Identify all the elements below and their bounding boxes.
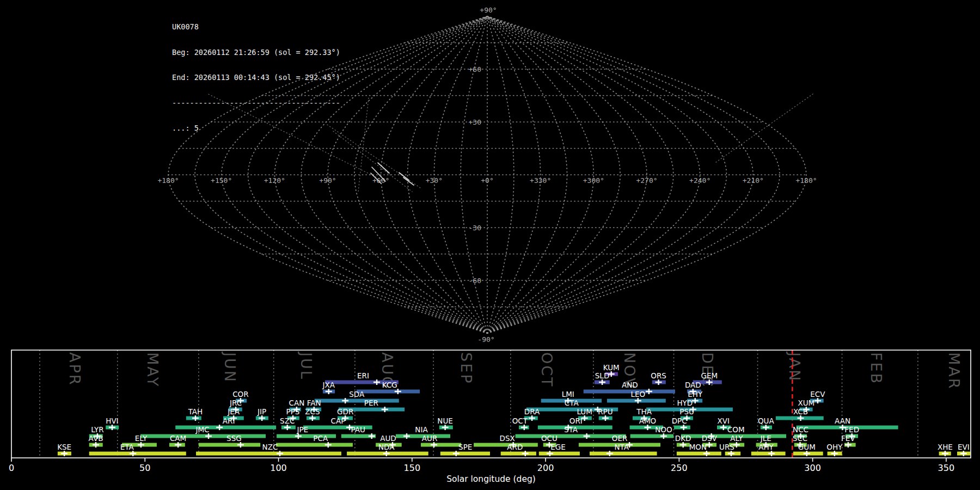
shower-label-ARD: ARD bbox=[507, 443, 523, 451]
shower-label-ORI: ORI bbox=[569, 416, 583, 425]
shower-label-JPE: JPE bbox=[297, 425, 309, 434]
shower-label-URS: URS bbox=[719, 443, 734, 451]
x-tick-label: 300 bbox=[804, 463, 821, 473]
shower-label-AND: AND bbox=[622, 381, 638, 389]
shower-bar-SDA bbox=[315, 399, 399, 403]
x-tick-label: 0 bbox=[9, 463, 14, 473]
shower-label-OER: OER bbox=[612, 434, 628, 443]
shower-bar-AUR bbox=[421, 443, 461, 447]
shower-bar-SPE bbox=[440, 452, 490, 456]
shower-label-SZC: SZC bbox=[280, 416, 295, 425]
shower-label-CAP: CAP bbox=[331, 416, 346, 425]
shower-label-SLD: SLD bbox=[595, 371, 610, 380]
shower-label-ETA: ETA bbox=[120, 443, 134, 451]
month-label: JUL bbox=[298, 351, 315, 381]
x-tick-label: 200 bbox=[537, 463, 554, 473]
shower-label-KCG: KCG bbox=[382, 381, 397, 389]
lon-label: +30° bbox=[426, 176, 443, 185]
shower-label-LYR: LYR bbox=[91, 425, 103, 434]
shower-bar-SSG bbox=[199, 443, 260, 447]
shower-bar-AND bbox=[584, 390, 675, 394]
meteor-trail bbox=[378, 163, 389, 173]
lon-label: +210° bbox=[743, 176, 764, 185]
month-label: FEB bbox=[868, 352, 885, 385]
grid-meridian bbox=[168, 16, 487, 333]
shower-label-DRA: DRA bbox=[524, 407, 540, 416]
shower-label-NCC: NCC bbox=[793, 425, 808, 434]
shower-label-XHE: XHE bbox=[938, 443, 953, 451]
shower-label-SSG: SSG bbox=[226, 434, 242, 443]
shower-label-KSE: KSE bbox=[57, 443, 71, 451]
shower-bar-ARI bbox=[175, 426, 276, 430]
lon-label: +180° bbox=[157, 176, 179, 185]
shower-label-LMI: LMI bbox=[562, 390, 574, 399]
grid-meridian bbox=[487, 16, 673, 333]
month-label: SEP bbox=[458, 352, 475, 384]
shower-label-JEA: JEA bbox=[227, 407, 240, 416]
shower-label-CAN: CAN bbox=[289, 399, 305, 407]
month-label: MAY bbox=[144, 352, 161, 388]
shower-label-STA: STA bbox=[564, 425, 578, 434]
shower-label-AHY: AHY bbox=[758, 443, 774, 451]
shower-label-GEM: GEM bbox=[701, 371, 718, 380]
shower-label-JLE: JLE bbox=[760, 434, 771, 443]
shower-label-ARI: ARI bbox=[223, 416, 235, 425]
meteor-trail bbox=[403, 177, 414, 185]
shower-label-OHY: OHY bbox=[826, 443, 843, 451]
shower-label-NZC: NZC bbox=[262, 443, 278, 451]
shower-label-QUA: QUA bbox=[758, 416, 775, 425]
shower-label-GUM: GUM bbox=[798, 443, 816, 451]
shower-label-DSX: DSX bbox=[500, 434, 515, 443]
shower-label-NTA: NTA bbox=[615, 443, 629, 451]
x-tick-label: 350 bbox=[938, 463, 955, 473]
shower-label-PER: PER bbox=[364, 399, 378, 407]
shower-bar-STA bbox=[516, 434, 626, 438]
lon-label: +180° bbox=[795, 176, 817, 185]
x-tick-label: 150 bbox=[404, 463, 421, 473]
shower-label-ELY: ELY bbox=[135, 434, 148, 443]
plot-canvas: +180°+150°+120°+90°+60°+30°+0°+330°+300°… bbox=[0, 0, 980, 490]
shower-label-AAN: AAN bbox=[835, 416, 850, 425]
lat-label: +90° bbox=[480, 6, 497, 14]
shower-bar-MON bbox=[677, 452, 721, 456]
shower-label-EHY: EHY bbox=[688, 390, 703, 399]
shower-label-GDR: GDR bbox=[337, 407, 353, 416]
lat-label: -90° bbox=[477, 335, 494, 344]
shower-label-SPE: SPE bbox=[458, 443, 472, 451]
shower-bar-KCG bbox=[357, 390, 420, 394]
shower-label-OCU: OCU bbox=[541, 434, 558, 443]
month-label: JUN bbox=[222, 351, 238, 383]
x-tick-label: 50 bbox=[139, 463, 150, 473]
shower-label-PSU: PSU bbox=[679, 407, 694, 416]
shower-label-JXA: JXA bbox=[322, 381, 335, 389]
shower-label-DAD: DAD bbox=[685, 381, 701, 389]
shower-label-XUM: XUM bbox=[798, 399, 814, 407]
lon-label: +90° bbox=[319, 176, 336, 185]
month-label: JAN bbox=[786, 351, 803, 382]
shower-label-ZCS: ZCS bbox=[305, 407, 320, 416]
shower-label-DKD: DKD bbox=[675, 434, 691, 443]
x-tick-label: 100 bbox=[270, 463, 287, 473]
shower-label-JRC: JRC bbox=[229, 399, 242, 407]
shower-label-SDA: SDA bbox=[349, 390, 365, 399]
shower-label-ORS: ORS bbox=[651, 371, 666, 380]
radiant-ray bbox=[358, 98, 369, 192]
shower-label-TAH: TAH bbox=[188, 407, 203, 416]
sky-map: +180°+150°+120°+90°+60°+30°+0°+330°+300°… bbox=[157, 6, 817, 344]
shower-label-HVI: HVI bbox=[106, 416, 118, 425]
shower-bar-ETA bbox=[89, 452, 186, 456]
shower-bar-PCA bbox=[276, 443, 353, 447]
shower-label-JMC: JMC bbox=[195, 425, 209, 434]
lon-label: +0° bbox=[481, 176, 493, 185]
shower-label-MON: MON bbox=[689, 443, 707, 451]
month-label: MAR bbox=[946, 352, 963, 390]
shower-label-EVI: EVI bbox=[958, 443, 970, 451]
shower-label-ECV: ECV bbox=[810, 390, 825, 399]
shower-label-OCT: OCT bbox=[512, 416, 528, 425]
shower-label-NDA: NDA bbox=[378, 443, 395, 451]
lon-label: +330° bbox=[530, 176, 551, 185]
shower-label-LUM: LUM bbox=[577, 407, 592, 416]
radiant-plot-window: UK0078 Beg: 20260112 21:26:59 (sol = 292… bbox=[0, 0, 980, 490]
shower-label-AUR: AUR bbox=[422, 434, 438, 443]
shower-label-FED: FED bbox=[844, 425, 859, 434]
